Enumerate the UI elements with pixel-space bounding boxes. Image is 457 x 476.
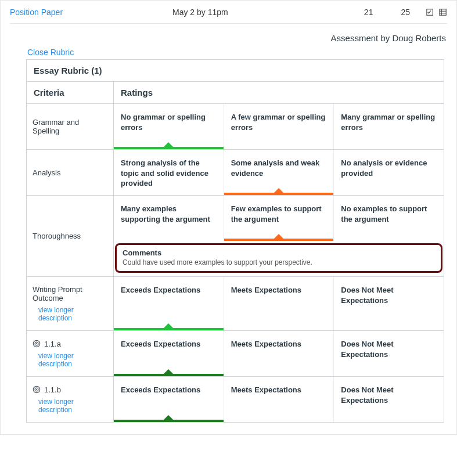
rating-cells: Strong analysis of the topic and solid e… (114, 150, 444, 195)
rating-label: A few grammar or spelling errors (231, 112, 327, 132)
view-longer-description-link[interactable]: view longer description (38, 352, 107, 368)
selection-pointer-icon (274, 234, 283, 239)
selection-bar (224, 193, 334, 195)
rating-label: Few examples to support the argument (231, 204, 327, 224)
rating-cell[interactable]: Many grammar or spelling errors (334, 104, 444, 149)
header-ratings: Ratings (114, 82, 444, 103)
rating-cell[interactable]: Few examples to support the argument (224, 196, 334, 241)
rating-label: No grammar or spelling errors (121, 112, 217, 132)
rating-cells: Many examples supporting the argumentFew… (114, 196, 444, 241)
ratings-wrap: Exceeds ExpectationsMeets ExpectationsDo… (114, 277, 444, 330)
selection-pointer-icon (274, 188, 283, 193)
checklist-icon[interactable] (426, 8, 434, 16)
rubric-table: Essay Rubric (1) Criteria Ratings Gramma… (26, 59, 444, 423)
rating-label: Exceeds Expectations (121, 339, 217, 349)
rubric-row: AnalysisStrong analysis of the topic and… (27, 150, 444, 196)
page: Position Paper May 2 by 11pm 21 25 Asses… (0, 0, 457, 435)
due-date: May 2 by 11pm (172, 8, 364, 17)
rating-label: Meets Expectations (231, 285, 327, 295)
rating-cell[interactable]: Does Not Meet Expectations (334, 331, 444, 376)
score: 21 (364, 8, 373, 17)
rubric-row: 1.1.aview longer descriptionExceeds Expe… (27, 331, 444, 377)
selection-bar (114, 328, 224, 330)
rating-label: Exceeds Expectations (121, 385, 217, 395)
rubric-rows: Grammar and SpellingNo grammar or spelli… (27, 104, 444, 422)
ratings-wrap: Strong analysis of the topic and solid e… (114, 150, 444, 195)
comments-box: CommentsCould have used more examples to… (115, 243, 442, 273)
criteria-cell: Thoroughness (27, 196, 114, 276)
svg-rect-1 (440, 9, 446, 15)
rating-cell[interactable]: No analysis or evidence provided (334, 150, 444, 195)
criteria-cell: Analysis (27, 150, 114, 195)
criteria-cell: Writing Prompt Outcomeview longer descri… (27, 277, 114, 330)
rubric-row: Grammar and SpellingNo grammar or spelli… (27, 104, 444, 150)
selection-bar (114, 420, 224, 422)
ratings-wrap: No grammar or spelling errorsA few gramm… (114, 104, 444, 149)
rating-cell[interactable]: Does Not Meet Expectations (334, 277, 444, 330)
rubric-header: Criteria Ratings (27, 82, 444, 104)
criteria-cell: 1.1.aview longer description (27, 331, 114, 376)
header-criteria: Criteria (27, 82, 114, 103)
criteria-label: Analysis (33, 168, 60, 177)
rating-label: Some analysis and weak evidence (231, 158, 327, 178)
target-icon (33, 385, 41, 394)
target-icon (33, 340, 41, 348)
rating-cell[interactable]: Does Not Meet Expectations (334, 377, 444, 422)
rating-cell[interactable]: Meets Expectations (224, 377, 334, 422)
criteria-cell: 1.1.bview longer description (27, 377, 114, 422)
rating-label: Strong analysis of the topic and solid e… (121, 158, 217, 189)
rating-cell[interactable]: Exceeds Expectations (114, 277, 224, 330)
view-longer-description-link[interactable]: view longer description (38, 306, 107, 322)
rating-label: Meets Expectations (231, 385, 327, 395)
criteria-label: Thoroughness (33, 232, 81, 240)
comments-title: Comments (123, 248, 435, 257)
rating-cell[interactable]: Meets Expectations (224, 277, 334, 330)
criteria-label: Writing Prompt Outcome (33, 285, 107, 302)
selection-bar (224, 239, 334, 241)
criteria-label: 1.1.a (44, 340, 61, 348)
rating-label: Meets Expectations (231, 339, 327, 349)
view-longer-description-link[interactable]: view longer description (38, 398, 107, 414)
rating-label: Does Not Meet Expectations (341, 339, 437, 359)
ratings-wrap: Exceeds ExpectationsMeets ExpectationsDo… (114, 377, 444, 422)
selection-pointer-icon (164, 142, 173, 147)
rubric-row: Writing Prompt Outcomeview longer descri… (27, 277, 444, 331)
rating-cell[interactable]: Strong analysis of the topic and solid e… (114, 150, 224, 195)
ratings-wrap: Exceeds ExpectationsMeets ExpectationsDo… (114, 331, 444, 376)
selection-pointer-icon (164, 369, 173, 374)
rating-cell[interactable]: Meets Expectations (224, 331, 334, 376)
selection-pointer-icon (164, 323, 173, 328)
rating-cell[interactable]: No grammar or spelling errors (114, 104, 224, 149)
rating-label: Does Not Meet Expectations (341, 385, 437, 405)
assessment-by: Assessment by Doug Roberts (10, 33, 446, 43)
criteria-label: 1.1.b (44, 385, 61, 394)
selection-pointer-icon (164, 415, 173, 420)
rating-cell[interactable]: Exceeds Expectations (114, 331, 224, 376)
rating-label: Exceeds Expectations (121, 285, 217, 295)
rubric-title: Essay Rubric (1) (27, 60, 444, 82)
score-outof: 25 (401, 8, 410, 17)
score-area: 21 25 (364, 8, 410, 17)
rating-label: Many examples supporting the argument (121, 204, 217, 224)
svg-point-10 (36, 389, 37, 390)
ratings-wrap: Many examples supporting the argumentFew… (114, 196, 444, 276)
criteria-label: Grammar and Spelling (33, 118, 107, 135)
comments-text: Could have used more examples to support… (123, 258, 435, 266)
selection-bar (114, 374, 224, 376)
rating-cell[interactable]: Many examples supporting the argument (114, 196, 224, 241)
rating-label: Does Not Meet Expectations (341, 285, 437, 305)
rubric-icon[interactable] (439, 8, 447, 16)
rating-cells: Exceeds ExpectationsMeets ExpectationsDo… (114, 277, 444, 330)
rubric-row: 1.1.bview longer descriptionExceeds Expe… (27, 377, 444, 422)
topbar-icons (426, 8, 447, 16)
assignment-link[interactable]: Position Paper (10, 8, 172, 17)
topbar: Position Paper May 2 by 11pm 21 25 (10, 6, 447, 24)
rating-label: Many grammar or spelling errors (341, 112, 437, 132)
rating-cell[interactable]: Exceeds Expectations (114, 377, 224, 422)
selection-bar (114, 147, 224, 149)
close-rubric-link[interactable]: Close Rubric (27, 48, 74, 57)
rating-cells: Exceeds ExpectationsMeets ExpectationsDo… (114, 331, 444, 376)
rating-cell[interactable]: A few grammar or spelling errors (224, 104, 334, 149)
rating-cell[interactable]: Some analysis and weak evidence (224, 150, 334, 195)
rating-cell[interactable]: No examples to support the argument (334, 196, 444, 241)
